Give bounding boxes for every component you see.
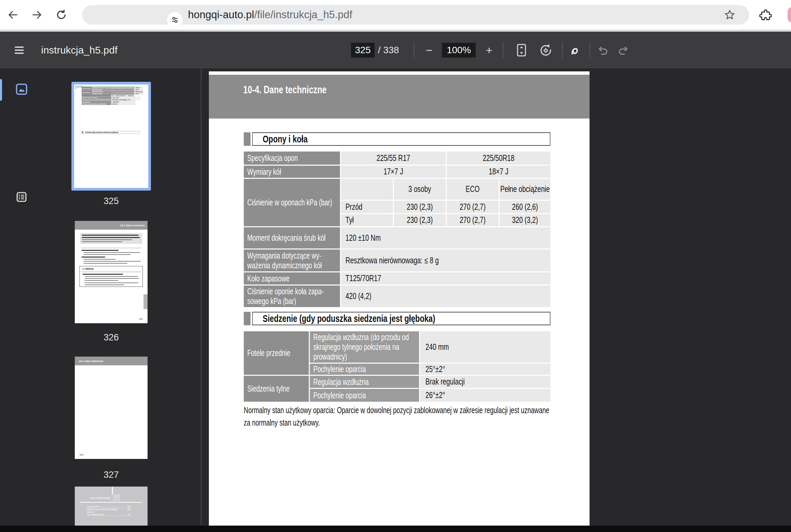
warning-triangle-icon: ⚠ <box>82 268 85 270</box>
section-title: Opony i koła <box>83 97 140 100</box>
rotate-ccw-icon <box>539 43 553 58</box>
annotate-button[interactable] <box>569 43 584 58</box>
rotate-button[interactable] <box>538 43 553 58</box>
section-title: Siedzenie (gdy poduszka siedzenia jest g… <box>252 312 550 325</box>
table-cell-blank <box>111 91 115 93</box>
tune-icon <box>170 16 179 24</box>
table-header-cell: Ciśnienie oponie koła zapa-sowego kPa (b… <box>244 286 340 307</box>
page-note: Normalny stan użytkowy oparcia: Oparcie … <box>244 404 550 429</box>
undo-icon <box>596 44 609 57</box>
redo-button[interactable] <box>616 43 631 58</box>
table-cell: 260 (2,6) <box>126 93 135 95</box>
warning-box: ⚠ UWAGA <box>79 266 143 287</box>
profile-avatar[interactable] <box>788 7 791 22</box>
pdf-page: 10-4. Dane techniczne Opony i koła Specy… <box>209 71 590 532</box>
table-cell: 17×7 J <box>341 166 446 178</box>
table-header-cell: Fotele przednie <box>82 87 91 91</box>
text-line <box>84 259 115 260</box>
thumbnail-label: 325 <box>71 196 151 206</box>
section-marker <box>244 312 251 325</box>
text-line <box>85 283 139 283</box>
section-header-seats: Siedzenie (gdy poduszka siedzenia jest g… <box>244 312 550 325</box>
section-marker <box>244 132 251 146</box>
table-cell: 230 (2,3) <box>394 214 446 226</box>
table-param-cell: Regulacja wzdłużna (do przodu od skrajne… <box>310 331 419 363</box>
thumbnail-page-326[interactable]: 10-4. Dane techniczne ⚠ UWAGA 323 <box>75 221 148 323</box>
divider-line <box>112 487 113 494</box>
redo-icon <box>617 44 630 57</box>
forward-button[interactable] <box>31 9 43 21</box>
text-line <box>85 280 118 281</box>
url-domain: hongqi-auto.pl <box>188 9 254 21</box>
back-button[interactable] <box>7 9 19 21</box>
menu-button[interactable] <box>13 44 25 57</box>
draw-squiggle-icon <box>570 44 583 57</box>
table-param-cell: Pochylenie oparcia <box>310 389 419 402</box>
table-param-cell: Regulacja wzdłużna <box>91 91 134 93</box>
thumbnails-panel-button[interactable] <box>15 82 28 96</box>
outline-panel-button[interactable] <box>15 190 28 204</box>
table-cell: Brak regulacji <box>420 376 550 388</box>
chapter-title: 10-4. Dane techniczne <box>75 86 147 87</box>
bookmark-button[interactable] <box>724 9 736 21</box>
zoom-level-input[interactable]: 100% <box>442 43 476 58</box>
divider-line <box>81 272 141 272</box>
table-param-cell: Regulacja wzdłużna <box>310 376 419 388</box>
thumbnail-page-325[interactable]: 10-4. Dane techniczne Opony i koła Specy… <box>71 82 151 191</box>
text-line <box>85 276 138 277</box>
table-param-cell: Pochylenie oparcia <box>91 89 134 91</box>
table-param-cell: Regulacja wzdłużna (do przodu od skrajne… <box>91 87 134 89</box>
mini-toc: Lista skrótów326 Elektroniczny rejestrat… <box>87 506 131 516</box>
table-cell: ECO <box>447 179 499 200</box>
hamburger-icon <box>13 44 25 56</box>
table-cell: Brak regulacji <box>134 91 143 93</box>
table-header-cell: Moment dokręcania śrub kół <box>82 97 111 99</box>
site-settings-button[interactable] <box>167 12 183 27</box>
table-cell: 320 (3,2) <box>500 214 550 226</box>
table-cell: Resztkowa nierównowaga: ≤ 8 g <box>341 249 550 271</box>
toolbar-divider <box>562 42 563 58</box>
tires-table: Specyfikacja opon 225/55 R17 225/50R18 W… <box>244 152 550 307</box>
page-number-input[interactable]: 325 <box>351 43 374 58</box>
table-cell: 3 osoby <box>116 91 121 93</box>
text-line <box>82 240 132 240</box>
sidebar-divider <box>201 68 201 532</box>
toolbar-divider <box>590 42 590 58</box>
url-text: hongqi-auto.pl/file/instrukcja_h5.pdf <box>188 5 352 24</box>
seats-table: Fotele przednie Regulacja wzdłużna (do p… <box>82 87 143 95</box>
table-header-cell: Wymiary kół <box>244 166 340 178</box>
zoom-in-button[interactable]: + <box>482 43 497 58</box>
url-bar[interactable]: hongqi-auto.pl/file/instrukcja_h5.pdf <box>82 5 749 24</box>
table-cell: Tył <box>341 214 393 226</box>
thumbnail-page-327[interactable]: 10-4. Dane techniczne 324 <box>75 357 148 459</box>
table-header-cell: Wymiary kół <box>82 89 111 91</box>
reload-button[interactable] <box>56 9 67 21</box>
chapter-title: 10-4. Dane techniczne <box>243 83 327 96</box>
fit-to-page-button[interactable] <box>515 42 528 58</box>
table-cell: Tył <box>111 95 115 97</box>
table-cell: 270 (2,7) <box>121 95 126 97</box>
zoom-out-button[interactable]: − <box>422 43 437 58</box>
chapter-title: Inne informacje <box>75 496 110 500</box>
browser-toolbar: hongqi-auto.pl/file/instrukcja_h5.pdf <box>0 0 791 30</box>
table-header-cell: Specyfikacja opon <box>244 152 340 165</box>
back-arrow-icon <box>7 9 19 21</box>
rule-line <box>80 502 142 503</box>
table-cell: Resztkowa nierównowaga: ≤ 8 g <box>111 99 135 101</box>
table-cell: 18×7 J <box>121 89 135 91</box>
thumbnail-page-328[interactable]: Inne informacje Lista skrótów326 Elektro… <box>75 487 148 532</box>
chapter-band <box>209 75 590 118</box>
chapter-square <box>113 494 120 501</box>
section-marker <box>82 131 83 134</box>
extensions-button[interactable] <box>759 9 772 21</box>
extensions-puzzle-icon <box>759 9 772 21</box>
table-cell: 230 (2,3) <box>116 93 121 95</box>
toc-entry: Lista skrótów326 <box>87 506 131 508</box>
table-cell: 26°±2° <box>134 93 143 95</box>
table-header-cell: Koło zapasowe <box>82 101 111 103</box>
section-header-tires: Opony i koła <box>82 97 140 100</box>
undo-button[interactable] <box>595 43 610 58</box>
page-total-label: / 338 <box>378 32 399 68</box>
table-cell: 25°±2° <box>420 364 550 375</box>
star-icon <box>724 9 736 21</box>
